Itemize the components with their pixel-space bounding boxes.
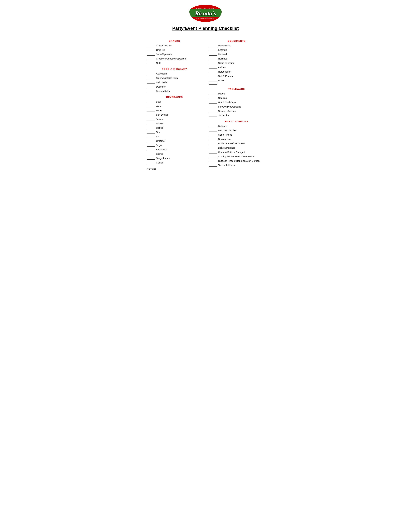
item-label: Relishes <box>218 57 227 60</box>
item-label: Breads/Rolls <box>156 89 170 93</box>
check-line <box>209 104 217 104</box>
list-item: Salad Dressing <box>209 61 264 65</box>
item-label: Salad Dressing <box>218 61 234 65</box>
food-header: FOOD # of Guests? <box>147 67 202 70</box>
logo-outer: FOOD THAT TALKS Ricotta's Pizza, Pasta, … <box>189 5 222 22</box>
item-label: Tables & Chairs <box>218 163 235 167</box>
tableware-header: TABLEWARE <box>209 87 264 90</box>
list-item: Ice <box>147 135 202 138</box>
list-item: Appetizers <box>147 72 202 75</box>
item-label: Pickles <box>218 66 226 69</box>
list-item: Straws <box>147 152 202 156</box>
list-item: Sugar <box>147 143 202 147</box>
item-label: Mustard <box>218 53 227 56</box>
condiments-header: CONDIMENTS <box>209 39 264 42</box>
item-label: Forks/Knives/Spoons <box>218 105 241 108</box>
item-label: Birthday Candles <box>218 129 236 132</box>
check-line <box>209 99 217 99</box>
list-item: Hot & Cold Cups <box>209 101 264 104</box>
list-item: Salsa/Spreads <box>147 53 202 56</box>
list-item: Birthday Candles <box>209 129 264 132</box>
check-line <box>147 64 155 64</box>
item-label: Chip Dip <box>156 48 165 52</box>
item-label: Chips/Pretzels <box>156 44 172 47</box>
item-label: Balloons <box>218 124 227 128</box>
list-item: Center Piece <box>209 133 264 136</box>
check-line <box>147 116 155 116</box>
list-item: Plates <box>209 92 264 95</box>
list-item: Camera/Battery Charged <box>209 150 264 154</box>
list-item: Table Cloth <box>209 114 264 117</box>
check-line <box>209 127 217 127</box>
list-item: Water <box>147 109 202 112</box>
list-item: Main Dish <box>147 81 202 84</box>
check-line <box>147 146 155 147</box>
notes-label: NOTES: <box>147 168 202 170</box>
check-line <box>209 158 217 158</box>
list-item: Soft Drinks <box>147 113 202 116</box>
list-item: Balloons <box>209 124 264 128</box>
item-label: Sugar <box>156 143 162 147</box>
item-label: Bottle Opener/Corkscrew <box>218 142 245 145</box>
snacks-header: SNACKS <box>147 39 202 42</box>
list-item: Chafing Dishes/Racks/Sterno Fuel <box>209 155 264 158</box>
item-label: Appetizers <box>156 72 168 75</box>
list-item: Lighter/Matches <box>209 146 264 150</box>
item-label: Tea <box>156 130 160 134</box>
check-line <box>147 133 155 133</box>
check-line <box>147 138 155 138</box>
item-label: Plates <box>218 92 225 95</box>
list-item: Creamer <box>147 139 202 142</box>
item-label: Beer <box>156 100 161 103</box>
check-line <box>147 142 155 142</box>
check-line <box>209 95 217 95</box>
check-line <box>147 103 155 103</box>
check-line <box>147 107 155 107</box>
check-line <box>209 73 217 73</box>
list-item: Chips/Pretzels <box>147 44 202 47</box>
item-label: Water <box>156 109 162 112</box>
item-label: Serving Utensils <box>218 109 235 113</box>
list-item: Juices <box>147 117 202 121</box>
list-item: Butter <box>209 79 264 82</box>
logo: FOOD THAT TALKS Ricotta's Pizza, Pasta, … <box>189 5 222 23</box>
item-label: Straws <box>156 152 163 156</box>
list-item: Crackers/Cheese/Pepperoni <box>147 57 202 60</box>
item-label: Salt & Pepper <box>218 74 233 78</box>
snacks-list: Chips/Pretzels Chip Dip Salsa/Spreads Cr… <box>147 44 202 65</box>
list-item: Forks/Knives/Spoons <box>209 105 264 108</box>
item-label: Soft Drinks <box>156 113 168 116</box>
check-line <box>147 79 155 79</box>
list-item: Ketchup <box>209 48 264 52</box>
list-item: Breads/Rolls <box>147 89 202 93</box>
list-item: Decorations <box>209 137 264 141</box>
tableware-list: Plates Napkins Hot & Cold Cups Forks/Kni… <box>209 92 264 117</box>
item-label: Mayonnaise <box>218 44 231 47</box>
item-label: Stir Sticks <box>156 148 167 151</box>
check-line <box>147 47 155 47</box>
item-label: Crackers/Cheese/Pepperoni <box>156 57 186 60</box>
check-line <box>209 153 217 153</box>
condiments-list: Mayonnaise Ketchup Mustard Relishes Sala… <box>209 44 264 85</box>
list-item: Cooler <box>147 161 202 164</box>
item-label: Salsa/Spreads <box>156 53 172 56</box>
item-label: Hot & Cold Cups <box>218 101 236 104</box>
beverages-header: BEVERAGES <box>147 95 202 98</box>
list-item: Stir Sticks <box>147 148 202 151</box>
item-label: Juices <box>156 117 163 121</box>
party-supplies-list: Balloons Birthday Candles Center Piece D… <box>209 124 264 167</box>
check-line <box>209 132 217 132</box>
logo-tagline: Pizza, Pasta, Subs and more... <box>196 18 215 19</box>
list-item: Mixers <box>147 122 202 125</box>
list-item: Pickles <box>209 66 264 69</box>
check-line <box>209 166 217 167</box>
check-line <box>209 68 217 69</box>
logo-name: Ricotta's <box>189 10 222 17</box>
item-label: Cooler <box>156 161 163 164</box>
check-line <box>147 112 155 112</box>
check-line <box>147 129 155 129</box>
list-item: Horseradish <box>209 70 264 73</box>
logo-top-text: FOOD THAT TALKS <box>196 7 215 9</box>
list-item: Beer <box>147 100 202 103</box>
check-line <box>209 47 217 47</box>
